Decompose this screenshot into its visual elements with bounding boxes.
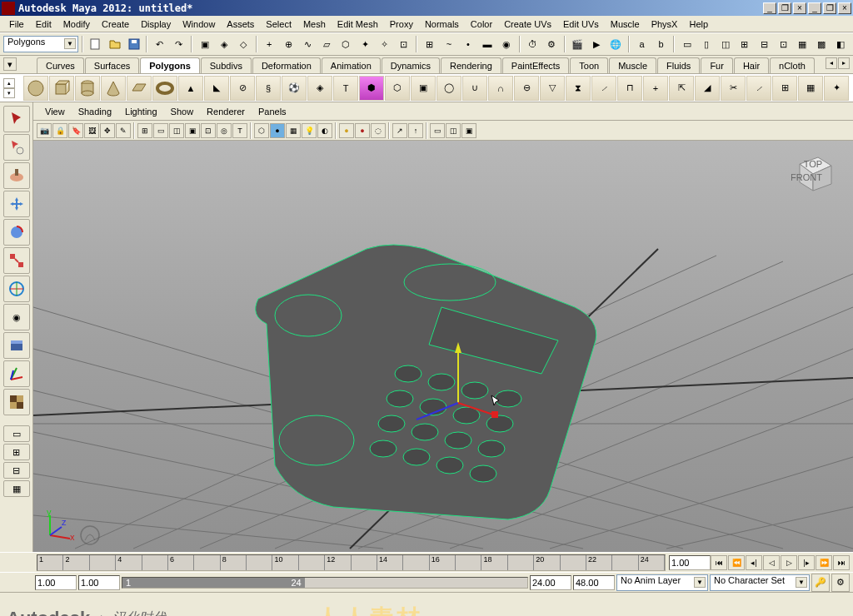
- tab-hair[interactable]: Hair: [734, 57, 769, 73]
- poly-smooth-icon[interactable]: ◯: [436, 76, 461, 101]
- tab-polygons[interactable]: Polygons: [140, 57, 200, 73]
- play-back-icon[interactable]: ◁: [763, 555, 780, 570]
- select-hierarchy-icon[interactable]: ▣: [196, 35, 213, 53]
- last-tool-icon[interactable]: [3, 360, 30, 387]
- grease-icon[interactable]: ✎: [116, 123, 131, 138]
- menu-edituvs[interactable]: Edit UVs: [557, 17, 605, 31]
- safe-title-icon[interactable]: T: [232, 123, 247, 138]
- layout-4-icon[interactable]: ⊞: [736, 35, 753, 53]
- panel-renderer[interactable]: Renderer: [200, 105, 252, 118]
- layout-5-icon[interactable]: ⊟: [756, 35, 773, 53]
- poly-prism-icon[interactable]: ▲: [178, 76, 203, 101]
- layout-1-icon[interactable]: ▭: [678, 35, 696, 53]
- poly-cylinder-icon[interactable]: [75, 76, 100, 101]
- shelf-down-icon[interactable]: ▾: [3, 88, 15, 98]
- range-start-inner[interactable]: [78, 575, 120, 590]
- poly-separate-icon[interactable]: ⬡: [385, 76, 410, 101]
- textured-icon[interactable]: ▦: [286, 123, 301, 138]
- tab-muscle[interactable]: Muscle: [609, 57, 656, 73]
- goto-end-icon[interactable]: ⏭: [833, 555, 850, 570]
- new-scene-icon[interactable]: [87, 35, 104, 53]
- 2d-pan-icon[interactable]: ✥: [100, 123, 115, 138]
- panel-shading[interactable]: Shading: [72, 105, 118, 118]
- layout-2-icon[interactable]: ▯: [697, 35, 715, 53]
- menu-create[interactable]: Create: [96, 17, 135, 31]
- menu-help[interactable]: Help: [683, 17, 714, 31]
- viewcube[interactable]: TOP FRONT: [791, 149, 838, 196]
- move-tool-icon[interactable]: [3, 191, 30, 217]
- res-gate-icon[interactable]: ◫: [169, 123, 184, 138]
- shelf-menu-icon[interactable]: ▾: [3, 57, 17, 71]
- manip-tool-icon[interactable]: [3, 276, 30, 302]
- poly-bridge-icon[interactable]: ⊓: [617, 76, 642, 101]
- xray-joint-icon[interactable]: ◌: [371, 123, 386, 138]
- shadows-icon[interactable]: ◐: [317, 123, 332, 138]
- poly-pipe-icon[interactable]: ⊘: [230, 76, 255, 101]
- paint-select-tool-icon[interactable]: [3, 162, 30, 189]
- poly-soccer-icon[interactable]: ⚽: [282, 76, 307, 101]
- tab-curves[interactable]: Curves: [37, 57, 84, 73]
- tab-animation[interactable]: Animation: [322, 57, 381, 73]
- menu-select[interactable]: Select: [260, 17, 297, 31]
- poly-bevel-icon[interactable]: ◢: [695, 76, 720, 101]
- range-slider[interactable]: 124: [122, 577, 528, 589]
- poly-reduce-icon[interactable]: ▽: [540, 76, 565, 101]
- panel-view[interactable]: View: [38, 105, 72, 118]
- shaded-icon[interactable]: ●: [270, 123, 285, 138]
- poly-cone-icon[interactable]: [101, 76, 126, 101]
- four-view-icon[interactable]: ⊞: [3, 444, 30, 460]
- mask-surface-icon[interactable]: ▱: [318, 35, 336, 53]
- xform-in-icon[interactable]: a: [633, 35, 651, 53]
- layout-3-icon[interactable]: ◫: [716, 35, 734, 53]
- tab-rendering[interactable]: Rendering: [441, 57, 501, 73]
- layout-view-icon[interactable]: ▦: [3, 480, 30, 497]
- menu-assets[interactable]: Assets: [221, 17, 260, 31]
- mode-dropdown[interactable]: Polygons: [3, 36, 78, 52]
- poly-bool1-icon[interactable]: ∪: [462, 76, 487, 101]
- menu-modify[interactable]: Modify: [57, 17, 96, 31]
- select-component-icon[interactable]: ◇: [235, 35, 252, 53]
- poly-bool3-icon[interactable]: ⊖: [514, 76, 539, 101]
- tab-fur[interactable]: Fur: [701, 57, 733, 73]
- mask-curve-icon[interactable]: ∿: [299, 35, 317, 53]
- viewport-3d[interactable]: TOP FRONT y x z: [33, 141, 853, 552]
- panel-show[interactable]: Show: [164, 105, 201, 118]
- menu-file[interactable]: File: [3, 17, 30, 31]
- char-set-dropdown[interactable]: No Character Set: [710, 574, 810, 591]
- mask-joint-icon[interactable]: ⊕: [280, 35, 297, 53]
- poly-platonic-icon[interactable]: ◈: [307, 76, 332, 101]
- single-view-icon[interactable]: ▭: [3, 425, 30, 442]
- history-icon[interactable]: ⏱: [524, 35, 541, 53]
- tab-dynamics[interactable]: Dynamics: [382, 57, 440, 73]
- panel-lighting[interactable]: Lighting: [118, 105, 164, 118]
- tab-painteffects[interactable]: PaintEffects: [502, 57, 570, 73]
- select-object-icon[interactable]: ◈: [215, 35, 232, 53]
- film-gate-icon[interactable]: ▭: [153, 123, 168, 138]
- xform-out-icon[interactable]: b: [652, 35, 670, 53]
- anim-layer-dropdown[interactable]: No Anim Layer: [616, 574, 708, 591]
- prefs-icon[interactable]: ⚙: [831, 574, 850, 592]
- renderer-1-icon[interactable]: ▭: [430, 123, 445, 138]
- prev-view-icon[interactable]: ⊟: [3, 462, 30, 479]
- range-start-outer[interactable]: [35, 575, 77, 590]
- menu-muscle[interactable]: Muscle: [605, 17, 646, 31]
- poly-bool2-icon[interactable]: ∩: [488, 76, 513, 101]
- poly-extrude-icon[interactable]: ⇱: [669, 76, 694, 101]
- shelf-up-icon[interactable]: ▴: [3, 78, 15, 88]
- menu-color[interactable]: Color: [465, 17, 498, 31]
- poly-extract-icon[interactable]: ▣: [411, 76, 436, 101]
- autokey-icon[interactable]: 🔑: [811, 574, 830, 592]
- isolate-icon[interactable]: ●: [339, 123, 354, 138]
- poly-insert-icon[interactable]: ⊞: [772, 76, 797, 101]
- poly-combine-icon[interactable]: ⬢: [359, 76, 384, 101]
- render-globals-icon[interactable]: 🌐: [607, 35, 625, 53]
- poly-mirror-icon[interactable]: ⧗: [566, 76, 591, 101]
- renderer-3-icon[interactable]: ▣: [461, 123, 476, 138]
- menu-mesh[interactable]: Mesh: [297, 17, 332, 31]
- tab-fluids[interactable]: Fluids: [657, 57, 700, 73]
- snap-plane-icon[interactable]: ▬: [478, 35, 496, 53]
- restore-button[interactable]: ❐: [823, 2, 836, 14]
- poly-pyramid-icon[interactable]: ◣: [204, 76, 229, 101]
- open-scene-icon[interactable]: [106, 35, 123, 53]
- menu-editmesh[interactable]: Edit Mesh: [332, 17, 384, 31]
